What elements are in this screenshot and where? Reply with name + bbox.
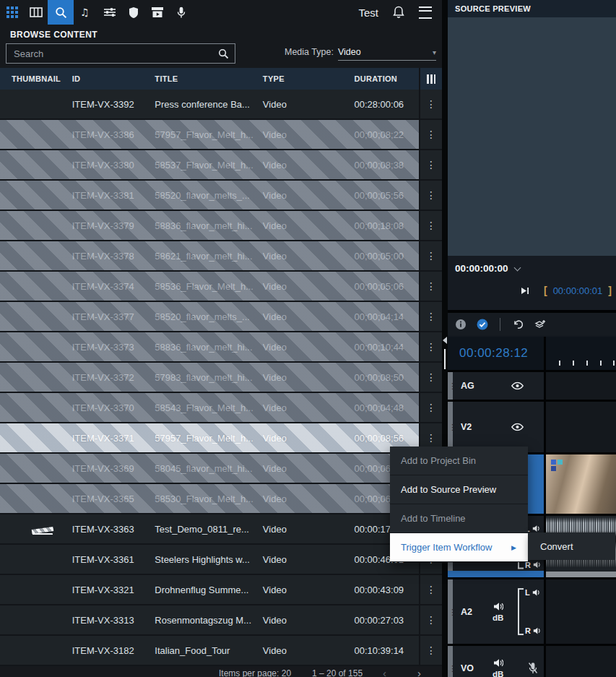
table-row[interactable]: ITEM-VX-338158520_flavor_melts_...Video0… (0, 181, 442, 211)
table-row[interactable]: ITEM-VX-3313Rosenmontagszug M...Video00:… (0, 605, 442, 636)
table-row[interactable]: ITEM-VX-337358836_flavor_melt_hi...Video… (0, 332, 442, 363)
track-header[interactable]: VOdB (448, 646, 544, 677)
add-layer-icon[interactable] (534, 319, 547, 330)
table-row[interactable]: ITEM-VX-3182Italian_Food_TourVideo00:10:… (0, 636, 442, 666)
toolbar-button-music-notes-icon[interactable]: ♫ (74, 0, 97, 25)
table-row[interactable]: ITEM-VX-337257983_flavor_melt_hi...Video… (0, 363, 442, 393)
mark-out-icon[interactable]: ] (608, 285, 612, 296)
row-menu-button[interactable]: ⋮ (419, 363, 442, 392)
track-drag-handle-icon[interactable] (448, 402, 453, 452)
row-title: Press conference Ba... (146, 99, 253, 110)
toolbar-button-apps-grid-icon[interactable] (0, 0, 24, 25)
row-menu-button[interactable]: ⋮ (419, 302, 442, 331)
table-row[interactable]: ITEM-VX-337958836_flavor_melt_hi...Video… (0, 211, 442, 241)
table-row[interactable]: ITEM-VX-337058543_Flavor_Melt_h...Video0… (0, 393, 442, 423)
collapse-panel-icon[interactable] (443, 337, 447, 344)
table-row[interactable]: ITEM-VX-337758520_flavor_melts_...Video0… (0, 302, 442, 332)
track-header[interactable]: AG (448, 372, 544, 400)
track-content[interactable] (546, 372, 616, 400)
track-content[interactable] (546, 579, 616, 644)
row-menu-button[interactable]: ⋮ (419, 272, 442, 301)
toolbar-button-shield-icon[interactable] (121, 0, 145, 25)
table-row[interactable]: ITEM-VX-338657957_Flavor_Melt_h...Video0… (0, 120, 442, 150)
preview-transport: [ 00:00:00:01 ] (521, 285, 612, 296)
next-page-button[interactable]: › (417, 667, 421, 677)
table-row[interactable]: ITEM-VX-336958045_flavor_melt_hi...Video… (0, 454, 442, 484)
table-row[interactable]: ITEM-VX-3363Test_Demo_0811_re...Video00:… (0, 514, 442, 545)
mark-in-icon[interactable]: [ (544, 285, 547, 296)
timeline-video-clip[interactable] (546, 454, 616, 514)
row-menu-button[interactable]: ⋮ (419, 241, 442, 270)
row-menu-button[interactable]: ⋮ (419, 120, 442, 149)
row-menu-button[interactable]: ⋮ (419, 575, 442, 604)
info-icon[interactable] (455, 319, 467, 330)
table-row[interactable]: ITEM-VX-337458536_Flavor_Melt_h...Video0… (0, 272, 442, 302)
media-type-dropdown[interactable]: Media Type: Video ▾ (285, 47, 436, 61)
track-channel-r[interactable]: R (525, 626, 541, 635)
table-row[interactable]: ITEM-VX-3361Steelers Highlights w...Vide… (0, 545, 442, 575)
track-content[interactable] (546, 402, 616, 452)
row-menu-button[interactable]: ⋮ (419, 211, 442, 240)
row-menu-button[interactable]: ⋮ (419, 393, 442, 422)
track-drag-handle-icon[interactable] (448, 579, 453, 644)
search-input[interactable] (12, 48, 218, 60)
row-menu-button[interactable]: ⋮ (419, 636, 442, 665)
divider-scroll-thumb[interactable] (444, 349, 446, 369)
menu-hamburger-icon[interactable] (419, 7, 432, 19)
track-header[interactable]: V2 (448, 402, 544, 452)
row-type: Video (254, 372, 344, 383)
row-duration: 00:00:27:03 (344, 615, 419, 626)
table-row[interactable]: ITEM-VX-338058537_Flavor_Melt_h...Video0… (0, 150, 442, 181)
timeline-ruler[interactable] (546, 337, 616, 370)
toolbar-button-media-bin-icon[interactable] (24, 0, 48, 25)
toolbar-button-archive-play-icon[interactable] (145, 0, 169, 25)
track-channel-l[interactable]: L (525, 588, 541, 597)
column-picker-button[interactable] (419, 68, 442, 90)
panel-resize-divider[interactable] (442, 0, 448, 677)
column-header-duration[interactable]: DURATION (344, 74, 419, 83)
voiceover-mic-muted-icon[interactable] (528, 663, 538, 675)
column-header-type[interactable]: TYPE (254, 74, 344, 83)
row-menu-button[interactable]: ⋮ (419, 90, 442, 118)
table-row[interactable]: ITEM-VX-3321Drohnenflug Summe...Video00:… (0, 575, 442, 605)
context-submenu-item-convert[interactable]: Convert (528, 532, 615, 560)
track-content[interactable] (546, 454, 616, 514)
row-menu-button[interactable]: ⋮ (419, 181, 442, 210)
track-visibility-eye-icon[interactable] (511, 423, 524, 431)
column-header-id[interactable]: ID (64, 74, 147, 83)
column-header-thumbnail[interactable]: THUMBNAIL (0, 74, 64, 83)
notifications-bell-icon[interactable] (393, 6, 404, 19)
select-check-icon[interactable] (477, 319, 488, 330)
track-drag-handle-icon[interactable] (448, 372, 453, 400)
row-menu-button[interactable]: ⋮ (419, 332, 442, 361)
table-row[interactable]: ITEM-VX-336558530_Flavor_Melt_h...Video0… (0, 484, 442, 514)
row-menu-button[interactable]: ⋮ (419, 150, 442, 179)
table-row[interactable]: ITEM-VX-337157957_Flavor_Melt_h...Video0… (0, 423, 442, 454)
column-header-title[interactable]: TITLE (146, 74, 254, 83)
context-menu-item-add-to-source-preview[interactable]: Add to Source Preview (390, 475, 528, 504)
track-visibility-eye-icon[interactable] (511, 382, 524, 390)
previous-page-button[interactable]: ‹ (383, 667, 386, 677)
table-row[interactable]: ITEM-VX-337858621_flavor_melt_hi...Video… (0, 241, 442, 272)
row-menu-button[interactable]: ⋮ (419, 605, 442, 634)
track-speaker-icon[interactable] (493, 659, 503, 668)
preview-timecode[interactable]: 00:00:00:00 (455, 263, 520, 274)
context-menu-item-add-to-timeline[interactable]: Add to Timeline (390, 504, 528, 533)
track-db-label[interactable]: dB (493, 670, 503, 677)
track-drag-handle-icon[interactable] (448, 646, 453, 677)
toolbar-button-settings-sliders-icon[interactable] (97, 0, 121, 25)
undo-icon[interactable] (512, 319, 524, 330)
context-menu-item-trigger-item-workflow[interactable]: Trigger Item Workflow▶ (390, 533, 528, 562)
track-header[interactable]: A2dBL R (448, 579, 544, 644)
search-field-icon[interactable] (218, 48, 229, 59)
toolbar-button-microphone-icon[interactable] (169, 0, 193, 25)
play-to-end-icon[interactable] (521, 287, 529, 295)
table-row[interactable]: ITEM-VX-3392Press conference Ba...Video0… (0, 90, 442, 120)
track-db-label[interactable]: dB (493, 613, 503, 621)
items-per-page-value[interactable]: 20 (282, 668, 291, 677)
toolbar-button-search-icon[interactable] (48, 0, 74, 25)
timeline-timecode[interactable]: 00:00:28:12 (448, 337, 544, 370)
track-content[interactable] (546, 646, 616, 677)
track-speaker-icon[interactable] (493, 602, 503, 611)
context-menu-item-add-to-project-bin[interactable]: Add to Project Bin (390, 447, 528, 475)
